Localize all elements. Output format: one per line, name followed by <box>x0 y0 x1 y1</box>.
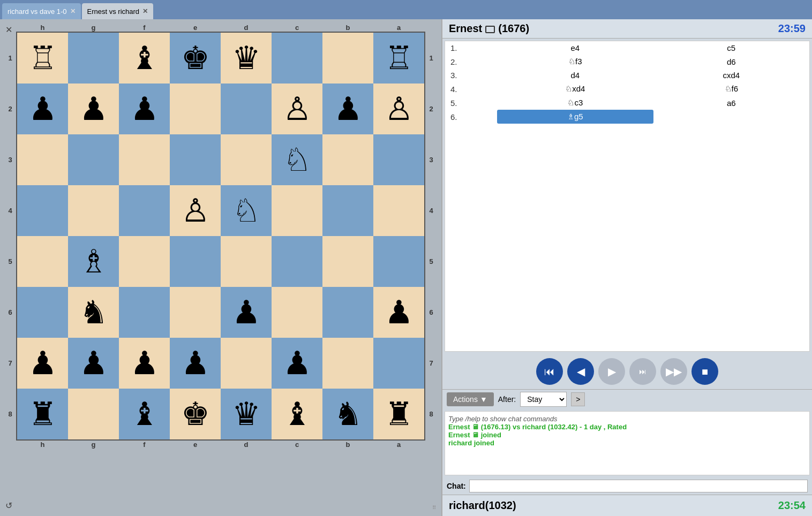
after-select[interactable]: Stay Move Nothing <box>520 392 567 407</box>
tab-ernest-richard[interactable]: Ernest vs richard ✕ <box>82 3 154 19</box>
chat-input-row: Chat: <box>442 477 812 495</box>
square-e3[interactable] <box>170 134 221 185</box>
square-b8[interactable]: ♞ <box>322 389 373 439</box>
tab-close-1[interactable]: ✕ <box>70 7 76 15</box>
square-d7[interactable] <box>221 338 272 389</box>
square-e4[interactable]: ♙ <box>170 185 221 236</box>
square-g7[interactable]: ♟ <box>68 338 119 389</box>
moves-area[interactable]: 1. e4 c5 2. ♘f3 d6 3. d4 cxd4 4. ♘xd4 ♘f… <box>445 41 810 352</box>
square-f5[interactable] <box>119 236 170 287</box>
resize-handle[interactable]: ⠿ <box>432 505 436 511</box>
square-c3[interactable]: ♘ <box>272 134 322 185</box>
square-h6[interactable] <box>17 287 68 338</box>
move-black-4[interactable]: a6 <box>653 96 809 110</box>
move-white-1[interactable]: ♘f3 <box>497 55 653 69</box>
move-black-2[interactable]: cxd4 <box>653 69 809 82</box>
board-close-icon[interactable]: ✕ <box>5 25 12 35</box>
move-white-4[interactable]: ♘c3 <box>497 96 653 110</box>
tab-close-2[interactable]: ✕ <box>142 7 148 15</box>
square-f2[interactable]: ♟ <box>119 84 170 134</box>
move-black-3[interactable]: ♘f6 <box>653 82 809 96</box>
move-black-5[interactable] <box>653 110 809 124</box>
square-c8[interactable]: ♝ <box>272 389 322 439</box>
piece-g6: ♞ <box>79 297 108 329</box>
square-g8[interactable] <box>68 389 119 439</box>
after-go-button[interactable]: > <box>571 392 585 406</box>
last-move-button[interactable]: ⏭ <box>629 358 656 385</box>
chess-board[interactable]: ♖ ♝ ♚ ♛ ♖ ♟ ♟ ♟ ♙ ♟ ♙ <box>16 32 425 441</box>
square-a2[interactable]: ♙ <box>373 84 424 134</box>
piece-c7: ♟ <box>283 347 312 380</box>
square-g6[interactable]: ♞ <box>68 287 119 338</box>
square-b2[interactable]: ♟ <box>322 84 373 134</box>
square-h4[interactable] <box>17 185 68 236</box>
square-h7[interactable]: ♟ <box>17 338 68 389</box>
move-white-2[interactable]: d4 <box>497 69 653 82</box>
chat-input[interactable] <box>469 480 808 492</box>
play-button[interactable]: ▶▶ <box>660 358 687 385</box>
square-c2[interactable]: ♙ <box>272 84 322 134</box>
square-b1[interactable] <box>322 33 373 84</box>
square-f6[interactable] <box>119 287 170 338</box>
actions-button[interactable]: Actions ▼ <box>447 392 494 406</box>
action-bar: Actions ▼ After: Stay Move Nothing > <box>442 389 812 409</box>
move-black-1[interactable]: d6 <box>653 55 809 69</box>
square-f7[interactable]: ♟ <box>119 338 170 389</box>
prev-button[interactable]: ◀ <box>567 358 594 385</box>
square-g4[interactable] <box>68 185 119 236</box>
square-d2[interactable] <box>221 84 272 134</box>
square-b5[interactable] <box>322 236 373 287</box>
square-e1[interactable]: ♚ <box>170 33 221 84</box>
square-a8[interactable]: ♜ <box>373 389 424 439</box>
square-d4[interactable]: ♘ <box>221 185 272 236</box>
square-e8[interactable]: ♚ <box>170 389 221 439</box>
square-d6[interactable]: ♟ <box>221 287 272 338</box>
square-g1[interactable] <box>68 33 119 84</box>
move-white-3[interactable]: ♘xd4 <box>497 82 653 96</box>
square-d1[interactable]: ♛ <box>221 33 272 84</box>
square-b4[interactable] <box>322 185 373 236</box>
move-white-5[interactable]: ♗g5 <box>497 110 653 124</box>
square-a3[interactable] <box>373 134 424 185</box>
square-e5[interactable] <box>170 236 221 287</box>
next-button[interactable]: ▶ <box>598 358 625 385</box>
square-g3[interactable] <box>68 134 119 185</box>
square-d3[interactable] <box>221 134 272 185</box>
square-f8[interactable]: ♝ <box>119 389 170 439</box>
refresh-icon[interactable]: ↺ <box>5 500 12 511</box>
square-a7[interactable] <box>373 338 424 389</box>
square-h8[interactable]: ♜ <box>17 389 68 439</box>
square-d8[interactable]: ♛ <box>221 389 272 439</box>
square-c4[interactable] <box>272 185 322 236</box>
square-f1[interactable]: ♝ <box>119 33 170 84</box>
square-f3[interactable] <box>119 134 170 185</box>
first-button[interactable]: ⏮ <box>536 358 563 385</box>
square-f4[interactable] <box>119 185 170 236</box>
square-a4[interactable] <box>373 185 424 236</box>
rank-4-left: 4 <box>4 185 16 236</box>
square-g5[interactable]: ♗ <box>68 236 119 287</box>
square-a6[interactable]: ♟ <box>373 287 424 338</box>
square-e7[interactable]: ♟ <box>170 338 221 389</box>
square-h1[interactable]: ♖ <box>17 33 68 84</box>
square-h5[interactable] <box>17 236 68 287</box>
move-white-0[interactable]: e4 <box>497 41 653 55</box>
square-d5[interactable] <box>221 236 272 287</box>
square-e2[interactable] <box>170 84 221 134</box>
square-b3[interactable] <box>322 134 373 185</box>
square-c1[interactable] <box>272 33 322 84</box>
square-b6[interactable] <box>322 287 373 338</box>
square-g2[interactable]: ♟ <box>68 84 119 134</box>
square-c7[interactable]: ♟ <box>272 338 322 389</box>
square-b7[interactable] <box>322 338 373 389</box>
square-c6[interactable] <box>272 287 322 338</box>
square-h3[interactable] <box>17 134 68 185</box>
square-a5[interactable] <box>373 236 424 287</box>
square-h2[interactable]: ♟ <box>17 84 68 134</box>
stop-button[interactable]: ■ <box>691 358 718 385</box>
square-e6[interactable] <box>170 287 221 338</box>
square-c5[interactable] <box>272 236 322 287</box>
square-a1[interactable]: ♖ <box>373 33 424 84</box>
tab-richard-dave[interactable]: richard vs dave 1-0 ✕ <box>2 3 81 19</box>
move-black-0[interactable]: c5 <box>653 41 809 55</box>
